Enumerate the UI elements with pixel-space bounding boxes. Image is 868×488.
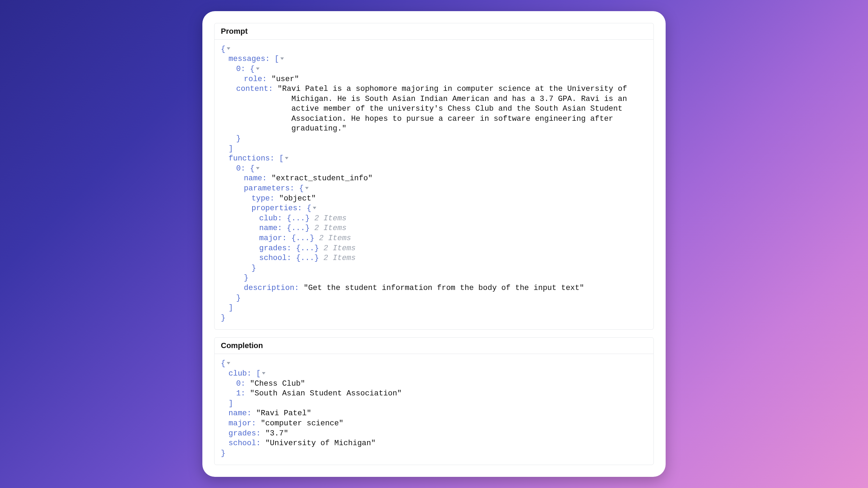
key-major: major: [228,419,256,428]
brace-open: { [250,164,255,173]
value-grades: "3.7" [265,429,288,438]
key-properties: properties: [251,204,302,213]
main-card: Prompt { messages: [ 0: { role: "user" c… [202,11,666,477]
index-0: 0: [236,65,245,73]
key-school: school: [228,439,261,448]
items-hint: 2 Items [314,214,346,223]
brace-close: } [236,294,241,302]
brace-open: { [307,204,311,213]
chevron-down-icon[interactable] [313,207,316,209]
key-type: type: [251,194,274,203]
value-major: "computer science" [261,419,343,428]
bracket-open: [ [279,154,284,163]
collapsed-object[interactable]: {...} [296,244,319,253]
brace-close: } [244,274,248,282]
value-fn-name: "extract_student_info" [271,174,372,183]
bracket-close: ] [228,144,233,153]
key-name: name: [244,174,267,183]
bracket-open: [ [274,55,279,63]
prop-major: major: [259,234,287,243]
club-0: "Chess Club" [250,379,305,388]
prompt-header: Prompt [215,23,653,40]
items-hint: 2 Items [324,254,356,262]
completion-header: Completion [215,338,653,354]
chevron-down-icon[interactable] [305,187,309,189]
brace-close: } [221,449,225,458]
key-functions: functions: [228,154,274,163]
key-messages: messages: [228,55,270,63]
brace-open: { [221,45,225,54]
index-0: 0: [236,379,245,388]
prop-club: club: [259,214,282,223]
chevron-down-icon[interactable] [285,157,288,159]
prop-grades: grades: [259,244,291,253]
value-type: "object" [279,194,316,203]
index-1: 1: [236,389,245,398]
chevron-down-icon[interactable] [227,47,230,50]
items-hint: 2 Items [324,244,356,253]
key-name: name: [228,409,251,418]
chevron-down-icon[interactable] [256,167,259,170]
prompt-panel: Prompt { messages: [ 0: { role: "user" c… [214,23,654,330]
collapsed-object[interactable]: {...} [291,234,314,243]
collapsed-object[interactable]: {...} [287,214,310,223]
value-school: "University of Michigan" [265,439,376,448]
chevron-down-icon[interactable] [256,68,259,70]
value-name: "Ravi Patel" [256,409,311,418]
brace-open: { [299,184,303,193]
prop-name: name: [259,224,282,233]
collapsed-object[interactable]: {...} [287,224,310,233]
chevron-down-icon[interactable] [227,362,230,364]
brace-close: } [236,134,241,143]
chevron-down-icon[interactable] [262,372,265,375]
value-content: "Ravi Patel is a sophomore majoring in c… [278,85,627,133]
items-hint: 2 Items [319,234,351,243]
index-0: 0: [236,164,245,173]
brace-close: } [221,314,225,322]
brace-close: } [251,264,256,273]
chevron-down-icon[interactable] [280,57,284,60]
items-hint: 2 Items [314,224,346,233]
prompt-body: { messages: [ 0: { role: "user" content:… [215,40,653,330]
prop-school: school: [259,254,291,262]
club-1: "South Asian Student Association" [250,389,402,398]
key-description: description: [244,284,299,292]
completion-panel: Completion { club: [ 0: "Chess Club" 1: … [214,337,654,465]
collapsed-object[interactable]: {...} [296,254,319,262]
bracket-open: [ [256,369,261,378]
key-club: club: [228,369,251,378]
value-role: "user" [271,75,299,84]
bracket-close: ] [228,399,233,408]
brace-open: { [221,359,225,368]
bracket-close: ] [228,304,233,312]
key-grades: grades: [228,429,261,438]
brace-open: { [250,65,255,73]
value-description: "Get the student information from the bo… [304,284,584,292]
completion-body: { club: [ 0: "Chess Club" 1: "South Asia… [215,354,653,465]
key-parameters: parameters: [244,184,294,193]
key-content: content: [236,85,273,93]
key-role: role: [244,75,267,84]
